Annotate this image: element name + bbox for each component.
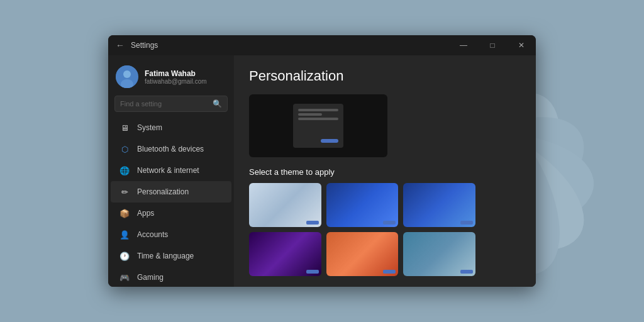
theme-4-bg <box>249 232 321 276</box>
theme-card-5[interactable] <box>326 232 399 276</box>
system-icon: 🖥 <box>118 121 131 134</box>
title-bar: ← Settings — □ ✕ <box>108 35 536 55</box>
personalization-icon: ✏ <box>118 186 131 198</box>
sidebar-item-bluetooth[interactable]: ⬡ Bluetooth & devices <box>111 138 231 160</box>
theme-1-btn <box>306 221 319 225</box>
select-theme-label: Select a theme to apply <box>249 167 521 177</box>
sidebar-item-gaming-label: Gaming <box>137 273 164 282</box>
user-info: Fatima Wahab fatiwahab@gmail.com <box>145 69 207 85</box>
settings-window: ← Settings — □ ✕ Fatima Wahab <box>108 35 536 287</box>
minimize-button[interactable]: — <box>449 35 478 55</box>
accounts-icon: 👤 <box>118 228 131 241</box>
sidebar-item-personalization-label: Personalization <box>137 187 189 196</box>
main-content: Fatima Wahab fatiwahab@gmail.com 🔍 🖥 Sys… <box>108 55 536 287</box>
close-button[interactable]: ✕ <box>507 35 536 55</box>
theme-grid <box>249 183 475 276</box>
current-theme-preview <box>249 94 387 157</box>
theme-3-btn <box>460 221 473 225</box>
sidebar: Fatima Wahab fatiwahab@gmail.com 🔍 🖥 Sys… <box>108 55 234 287</box>
theme-card-3[interactable] <box>403 183 475 227</box>
maximize-button[interactable]: □ <box>478 35 507 55</box>
sidebar-item-system-label: System <box>137 123 162 132</box>
back-button[interactable]: ← <box>116 40 125 50</box>
theme-4-btn <box>306 270 319 274</box>
theme-5-bg <box>326 232 399 276</box>
sidebar-item-bluetooth-label: Bluetooth & devices <box>137 145 204 153</box>
apps-icon: 📦 <box>118 207 131 219</box>
theme-3-bg <box>403 183 475 227</box>
sidebar-item-apps-label: Apps <box>137 209 154 218</box>
page-title: Personalization <box>249 68 521 84</box>
gaming-icon: 🎮 <box>118 271 131 284</box>
theme-card-4[interactable] <box>249 232 321 276</box>
sidebar-item-accounts-label: Accounts <box>137 230 168 239</box>
user-name: Fatima Wahab <box>145 69 207 78</box>
theme-6-btn <box>460 270 473 274</box>
network-icon: 🌐 <box>118 164 131 177</box>
sidebar-item-time-label: Time & language <box>137 252 194 260</box>
preview-window <box>293 104 343 148</box>
bluetooth-icon: ⬡ <box>118 143 131 155</box>
preview-button <box>321 139 338 143</box>
search-input[interactable] <box>120 100 213 108</box>
theme-2-btn <box>383 221 396 225</box>
preview-line-3 <box>298 118 338 120</box>
window-controls: — □ ✕ <box>449 35 536 55</box>
search-icon: 🔍 <box>213 99 222 108</box>
user-profile[interactable]: Fatima Wahab fatiwahab@gmail.com <box>108 60 234 96</box>
theme-6-bg <box>403 232 475 276</box>
sidebar-item-accounts[interactable]: 👤 Accounts <box>111 224 231 245</box>
preview-line-1 <box>298 109 338 111</box>
sidebar-item-network-label: Network & internet <box>137 166 199 175</box>
preview-line-2 <box>298 113 322 116</box>
sidebar-item-gaming[interactable]: 🎮 Gaming <box>111 267 231 287</box>
sidebar-item-system[interactable]: 🖥 System <box>111 117 231 138</box>
time-icon: 🕐 <box>118 250 131 262</box>
sidebar-item-network[interactable]: 🌐 Network & internet <box>111 160 231 181</box>
sidebar-item-time[interactable]: 🕐 Time & language <box>111 245 231 267</box>
theme-5-btn <box>383 270 396 274</box>
sidebar-item-apps[interactable]: 📦 Apps <box>111 203 231 224</box>
theme-2-bg <box>326 183 399 227</box>
user-email: fatiwahab@gmail.com <box>145 78 207 85</box>
sidebar-item-personalization[interactable]: ✏ Personalization <box>111 181 231 203</box>
right-panel: Personalization Select a theme to apply <box>234 55 536 287</box>
svg-point-13 <box>123 70 131 78</box>
avatar <box>116 65 138 88</box>
search-box[interactable]: 🔍 <box>114 96 228 112</box>
window-title: Settings <box>131 41 158 50</box>
theme-card-6[interactable] <box>403 232 475 276</box>
theme-card-1[interactable] <box>249 183 321 227</box>
theme-card-2[interactable] <box>326 183 399 227</box>
theme-1-bg <box>249 183 321 227</box>
